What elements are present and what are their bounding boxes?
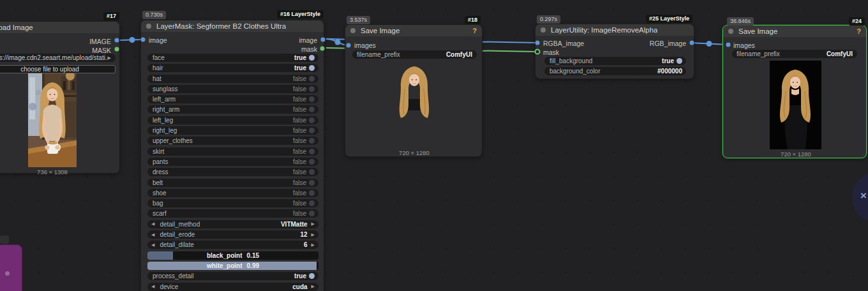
node-title-bar[interactable]: Load Image (0, 22, 119, 33)
widget-upper_clothes[interactable]: upper_clothesfalse (147, 137, 318, 145)
link-midpoint-dot[interactable] (707, 41, 712, 47)
link-midpoint-dot[interactable] (335, 40, 341, 45)
collapse-dot-icon[interactable] (728, 29, 733, 34)
output-label-image: image (299, 36, 317, 44)
node-save-image-24[interactable]: 38.846s #24 Save Image ? images filename… (722, 25, 867, 158)
toggle-dot-icon[interactable] (309, 76, 315, 82)
toggle-dot-icon[interactable] (309, 159, 315, 165)
toggle-dot-icon[interactable] (309, 211, 315, 216)
widget-face[interactable]: facetrue (147, 54, 318, 62)
widget-dress[interactable]: dressfalse (147, 168, 318, 176)
widget-detail_erode[interactable]: ◀detail_erode12▶ (147, 230, 318, 239)
toggle-dot-icon[interactable] (309, 96, 315, 102)
filename-prefix-widget[interactable]: filename_prefix ComfyUI (352, 50, 477, 59)
collapse-dot-icon[interactable] (146, 24, 151, 29)
widget-detail_dilate[interactable]: ◀detail_dilate6▶ (147, 241, 318, 249)
combo-left-arrow-icon[interactable]: ◀ (151, 221, 154, 227)
combo-right-arrow-icon[interactable]: ▶ (311, 243, 315, 248)
combo-right-arrow-icon[interactable]: ▶ (311, 221, 315, 227)
toggle-dot-icon[interactable] (309, 180, 315, 186)
widget-white_point[interactable]: white_point0.99 (147, 262, 318, 270)
node-id-badge: #16 LayerStyle (277, 10, 324, 19)
toggle-dot-icon[interactable] (309, 86, 315, 92)
combo-right-arrow-icon[interactable]: ▶ (311, 232, 315, 237)
choose-file-button[interactable]: choose file to upload (0, 65, 116, 73)
collapse-dot-icon[interactable] (350, 28, 355, 33)
combo-left-arrow-icon[interactable]: ◀ (151, 232, 154, 237)
widget-pants[interactable]: pantsfalse (147, 158, 318, 166)
widget-right_leg[interactable]: right_legfalse (147, 126, 318, 135)
slot-dot-rgba-image-input[interactable] (535, 41, 540, 45)
node-title-bar[interactable]: Save Image ? (345, 25, 482, 36)
widget-black_point[interactable]: black_point0.15 (147, 251, 318, 260)
cropped-node-badge (0, 235, 9, 244)
widget-process_detail[interactable]: process_detailtrue (147, 272, 318, 280)
toggle-dot-icon[interactable] (309, 138, 315, 144)
widget-skirt[interactable]: skirtfalse (147, 147, 318, 156)
widget-left_leg[interactable]: left_legfalse (147, 116, 318, 124)
toggle-value: false (293, 137, 306, 144)
toggle-dot-icon[interactable] (309, 190, 315, 196)
slot-dot-mask-output[interactable] (320, 47, 325, 51)
widget-device[interactable]: ◀devicecuda▶ (147, 283, 318, 291)
help-icon[interactable]: ? (472, 27, 477, 34)
link-midpoint-dot[interactable] (130, 37, 135, 43)
toggle-dot-icon[interactable] (309, 200, 315, 206)
slot-dot-images-input[interactable] (726, 43, 731, 47)
node-title-bar[interactable]: Save Image ? (723, 26, 866, 37)
node-title-bar[interactable]: LayerUtility: ImageRemoveAlpha (535, 24, 694, 36)
widget-right_arm[interactable]: right_armfalse (147, 105, 318, 114)
slot-dot-image-input[interactable] (141, 38, 146, 42)
node-layermask-segformer[interactable]: 0.730s #16 LayerStyle LayerMask: Segform… (140, 20, 324, 291)
toggle-dot-icon[interactable] (309, 128, 315, 133)
widget-fill_background[interactable]: fill_backgroundtrue (544, 57, 686, 65)
widget-left_arm[interactable]: left_armfalse (147, 95, 318, 103)
slot-dot-image-output[interactable] (321, 38, 326, 42)
slot-dot-images-input[interactable] (347, 43, 351, 48)
toggle-dot-icon[interactable] (309, 65, 315, 71)
widget-label: black_point (207, 252, 243, 259)
toggle-dot-icon[interactable] (309, 107, 315, 112)
widget-detail_method[interactable]: ◀detail_methodVITMatte▶ (147, 220, 318, 228)
widget-scarf[interactable]: scarffalse (147, 209, 318, 218)
widget-bag[interactable]: bagfalse (147, 199, 318, 207)
help-icon[interactable]: ? (857, 27, 861, 35)
node-load-image[interactable]: #17 Load Image IMAGE MASK https://image.… (0, 21, 120, 174)
close-icon: × (860, 190, 867, 202)
combo-left-arrow-icon[interactable]: ◀ (151, 243, 154, 248)
input-label-images: images (354, 41, 376, 49)
widget-shoe[interactable]: shoefalse (147, 189, 318, 197)
combo-right-arrow-icon[interactable]: ▶ (108, 56, 111, 61)
toggle-dot-icon[interactable] (309, 55, 315, 61)
toggle-dot-icon[interactable] (677, 58, 682, 64)
filename-prefix-widget[interactable]: filename_prefix ComfyUI (732, 50, 857, 58)
node-title-bar[interactable]: LayerMask: Segformer B2 Clothes Ultra (141, 20, 324, 32)
slot-dot-mask-output[interactable] (115, 47, 119, 52)
node-preview-image (28, 73, 77, 167)
slot-dot-rgb-image-output[interactable] (690, 41, 694, 45)
combo-right-arrow-icon[interactable]: ▶ (311, 284, 315, 289)
toggle-dot-icon[interactable] (309, 169, 315, 175)
widget-hat[interactable]: hatfalse (147, 75, 318, 83)
widget-label: device (160, 283, 178, 290)
node-cropped-purple[interactable] (0, 244, 22, 291)
slot-dot-faint[interactable] (5, 271, 10, 276)
toggle-dot-icon[interactable] (309, 273, 315, 279)
input-label-images: images (733, 41, 755, 49)
node-id-badge: #24 (849, 17, 865, 26)
widget-belt[interactable]: beltfalse (147, 179, 318, 187)
node-graph-canvas[interactable]: #17 Load Image IMAGE MASK https://image.… (0, 0, 868, 291)
toggle-dot-icon[interactable] (309, 117, 315, 123)
widget-background_color[interactable]: background_color#000000 (544, 67, 686, 75)
widget-hair[interactable]: hairtrue (147, 64, 318, 72)
slot-dot-mask-input[interactable] (535, 49, 541, 55)
combo-left-arrow-icon[interactable]: ◀ (151, 284, 154, 289)
collapse-dot-icon[interactable] (541, 27, 546, 33)
toggle-dot-icon[interactable] (309, 149, 315, 154)
node-image-remove-alpha[interactable]: 0.297s #25 LayerStyle LayerUtility: Imag… (535, 24, 694, 79)
widget-sunglass[interactable]: sunglassfalse (147, 85, 318, 93)
widget-value: ComfyUI (827, 50, 853, 57)
node-save-image-18[interactable]: 3.537s #18 Save Image ? images filename_… (345, 24, 483, 157)
image-url-combo[interactable]: https://image.cdn2.seaart.me/upload/stat… (0, 54, 116, 62)
slot-dot-image-output[interactable] (115, 38, 119, 43)
